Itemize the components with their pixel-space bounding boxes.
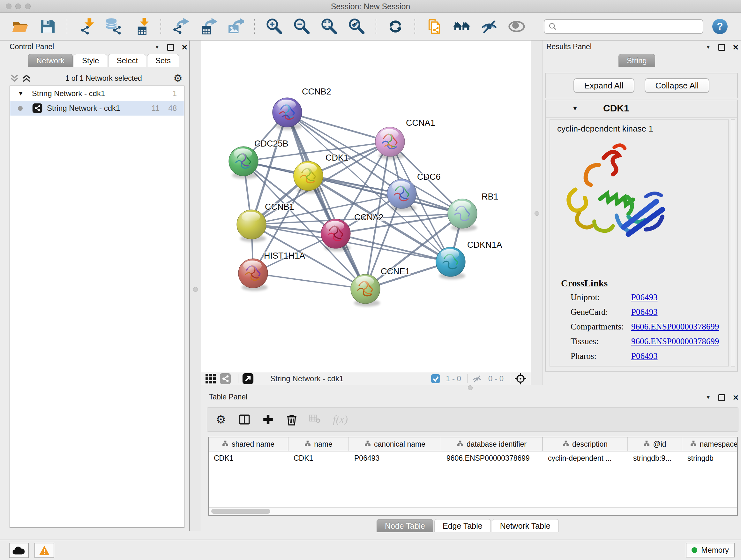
network-node-CDKN1A[interactable]: CDKN1A: [436, 240, 502, 279]
tab-sets[interactable]: Sets: [147, 54, 179, 67]
panel-close-icon[interactable]: ×: [182, 44, 187, 51]
column-header-canonical-name[interactable]: canonical name: [349, 437, 441, 451]
add-icon[interactable]: [262, 414, 274, 426]
table-cell[interactable]: CDK1: [288, 454, 349, 462]
network-node-CCNE1[interactable]: CCNE1: [351, 266, 410, 307]
gene-entry-header[interactable]: ▼ CDK1: [546, 100, 737, 118]
selected-checkbox-icon[interactable]: [431, 374, 440, 383]
table-cell[interactable]: P06493: [349, 454, 441, 462]
zoom-out-icon[interactable]: [293, 17, 311, 36]
panel-collapse-arrow-icon[interactable]: ▼: [154, 44, 160, 51]
column-header-name[interactable]: name: [288, 437, 349, 451]
refresh-view-icon[interactable]: [387, 17, 404, 36]
search-input[interactable]: [557, 22, 699, 31]
network-node-CCNA1[interactable]: CCNA1: [375, 118, 435, 159]
network-options-gear-icon[interactable]: ⚙: [173, 72, 183, 84]
tab-select[interactable]: Select: [108, 54, 146, 67]
panel-float-icon[interactable]: [718, 394, 725, 401]
open-session-icon[interactable]: [11, 17, 29, 36]
show-all-icon[interactable]: [508, 17, 526, 36]
column-header-database-identifier[interactable]: database identifier: [441, 437, 543, 451]
grid-view-icon[interactable]: [205, 373, 216, 384]
session-home-icon[interactable]: [453, 17, 471, 36]
export-network-icon[interactable]: [172, 17, 189, 36]
results-scrollbar[interactable]: [731, 119, 735, 367]
column-header-shared-name[interactable]: shared name: [209, 437, 288, 451]
entry-collapse-arrow-icon[interactable]: ▼: [572, 105, 578, 112]
tab-network[interactable]: Network: [28, 54, 73, 67]
export-image-icon[interactable]: [226, 17, 244, 36]
clear-table-icon[interactable]: [309, 414, 321, 426]
column-header-namespace[interactable]: namespace: [682, 437, 738, 451]
crosslink-value[interactable]: P06493: [631, 307, 658, 317]
gear-icon[interactable]: ⚙: [215, 414, 227, 426]
tab-node-table[interactable]: Node Table: [377, 519, 433, 532]
crosslink-value[interactable]: P06493: [631, 293, 658, 302]
hide-selected-icon[interactable]: [480, 17, 498, 36]
expand-all-button[interactable]: Expand All: [574, 78, 634, 93]
scrollbar-thumb[interactable]: [211, 509, 270, 514]
column-header-description[interactable]: description: [543, 437, 628, 451]
table-row[interactable]: CDK1CDK1P064939606.ENSP00000378699cyclin…: [209, 451, 737, 465]
save-session-icon[interactable]: [39, 17, 57, 36]
help-button[interactable]: ?: [712, 19, 728, 34]
tab-string[interactable]: String: [618, 54, 655, 67]
expand-all-chevron-icon[interactable]: [10, 74, 19, 82]
collection-expand-arrow-icon[interactable]: ▼: [18, 90, 23, 97]
panel-close-icon[interactable]: ×: [733, 44, 738, 51]
network-row[interactable]: String Network - cdk1 11 48: [10, 101, 184, 116]
table-cell[interactable]: stringdb: [682, 454, 738, 462]
import-database-icon[interactable]: [105, 17, 123, 36]
table-horizontal-scrollbar[interactable]: [209, 507, 737, 515]
import-network-icon[interactable]: [77, 17, 95, 36]
splitter-handle[interactable]: [535, 211, 539, 216]
tab-network-table[interactable]: Network Table: [492, 519, 559, 532]
tab-style[interactable]: Style: [74, 54, 107, 67]
zoom-in-icon[interactable]: [265, 17, 283, 36]
collapse-all-chevron-icon[interactable]: [22, 74, 31, 82]
network-view-title: String Network - cdk1: [270, 374, 343, 383]
network-canvas[interactable]: CCNB2CCNA1CDC25BCDK1CDC6RB1CCNB1CCNA2CDK…: [201, 41, 531, 372]
crosslink-value[interactable]: 9606.ENSP00000378699: [631, 322, 719, 332]
cloud-button[interactable]: [9, 543, 29, 558]
splitter-handle[interactable]: [193, 287, 198, 292]
splitter-right[interactable]: [531, 41, 542, 391]
import-table-icon[interactable]: [132, 17, 150, 36]
open-in-window-icon[interactable]: [242, 373, 254, 384]
table-cell[interactable]: CDK1: [209, 454, 288, 462]
hidden-eye-icon[interactable]: [472, 374, 482, 383]
column-header--id[interactable]: @id: [628, 437, 682, 451]
panel-float-icon[interactable]: [167, 44, 174, 51]
panel-float-icon[interactable]: [718, 44, 725, 51]
network-collection-row[interactable]: ▼ String Network - cdk1 1: [10, 86, 184, 101]
memory-button[interactable]: Memory: [686, 543, 735, 557]
collapse-all-button[interactable]: Collapse All: [645, 78, 710, 93]
duplicate-network-icon[interactable]: [425, 17, 443, 36]
splitter-handle[interactable]: [468, 385, 473, 390]
panel-close-icon[interactable]: ×: [733, 394, 738, 401]
table-cell[interactable]: stringdb:9...: [628, 454, 682, 462]
panel-collapse-arrow-icon[interactable]: ▼: [705, 394, 711, 401]
table-cell[interactable]: cyclin-dependent ...: [543, 454, 628, 462]
panel-collapse-arrow-icon[interactable]: ▼: [705, 44, 711, 51]
function-builder-icon[interactable]: f(x): [333, 414, 348, 426]
network-edge[interactable]: [287, 112, 365, 289]
birdseye-view-icon[interactable]: [514, 372, 527, 385]
table-cell[interactable]: 9606.ENSP00000378699: [441, 454, 543, 462]
crosslink-value[interactable]: P06493: [631, 351, 658, 361]
trash-icon[interactable]: [286, 414, 298, 426]
splitter-left[interactable]: [189, 41, 201, 531]
network-node-HIST1H1A[interactable]: HIST1H1A: [239, 251, 305, 291]
tab-edge-table[interactable]: Edge Table: [434, 519, 491, 532]
crosslink-value[interactable]: 9606.ENSP00000378699: [631, 336, 719, 347]
network-edge[interactable]: [253, 273, 365, 289]
zoom-selected-icon[interactable]: [347, 17, 365, 36]
control-panel-title: Control Panel: [10, 43, 54, 51]
zoom-fit-icon[interactable]: [320, 17, 338, 36]
share-network-icon[interactable]: [219, 373, 231, 384]
warning-button[interactable]: [35, 543, 54, 558]
split-columns-icon[interactable]: [239, 414, 251, 426]
export-table-icon[interactable]: [199, 17, 217, 36]
network-node-CCNB1[interactable]: CCNB1: [237, 202, 294, 242]
network-node-RB1[interactable]: RB1: [448, 192, 498, 231]
